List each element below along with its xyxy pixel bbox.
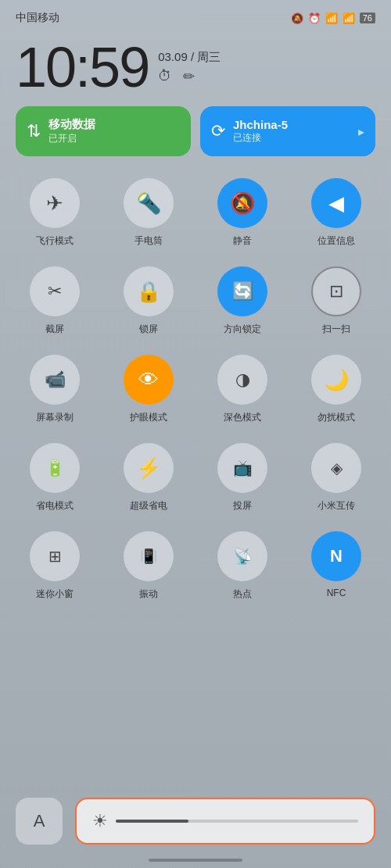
darkmode-label: 深色模式 bbox=[224, 411, 261, 424]
screenshot-label: 截屏 bbox=[45, 323, 64, 336]
eyeprotect-label: 护眼模式 bbox=[130, 411, 167, 424]
flashlight-label: 手电筒 bbox=[135, 234, 163, 248]
xiaomi-label: 小米互传 bbox=[317, 499, 355, 513]
brightness-fill bbox=[116, 820, 188, 823]
screenrecord-label: 屏幕录制 bbox=[36, 411, 74, 424]
lockscreen-btn[interactable]: 🔒 bbox=[124, 266, 174, 316]
wifi-title: Jhchina-5 bbox=[233, 118, 288, 131]
rotation-label: 方向锁定 bbox=[224, 323, 261, 336]
cast-label: 投屏 bbox=[233, 499, 252, 513]
powersave-label: 省电模式 bbox=[36, 499, 74, 513]
controls-grid: ✈ 飞行模式 🔦 手电筒 🔕 静音 ◀ 位置信息 ✂ 截屏 🔒 锁屏 🔄 方向锁… bbox=[0, 170, 391, 609]
control-rotation: 🔄 方向锁定 bbox=[196, 259, 289, 344]
signal-icon: 📶 bbox=[325, 13, 338, 24]
wifi-corner-icon: ▸ bbox=[358, 124, 364, 139]
date-text: 03.09 / 周三 bbox=[158, 50, 221, 65]
control-miniwindow: ⊞ 迷你小窗 bbox=[8, 523, 102, 609]
wifi-text: Jhchina-5 已连接 bbox=[233, 118, 288, 145]
control-supersave: ⚡ 超级省电 bbox=[102, 435, 196, 520]
brightness-slider[interactable]: ☀ bbox=[75, 798, 375, 845]
miniwindow-label: 迷你小窗 bbox=[36, 588, 74, 601]
control-dnd: 🌙 勿扰模式 bbox=[289, 347, 383, 432]
powersave-btn[interactable]: 🔋 bbox=[30, 443, 80, 493]
time-section: 10:59 03.09 / 周三 ⏱ ✏ bbox=[0, 31, 391, 106]
alarm-status-icon: ⏰ bbox=[308, 13, 321, 24]
mute-btn[interactable]: 🔕 bbox=[217, 178, 267, 228]
control-flashlight: 🔦 手电筒 bbox=[102, 170, 196, 255]
carrier-text: 中国移动 bbox=[16, 11, 59, 25]
flashlight-btn[interactable]: 🔦 bbox=[124, 178, 174, 228]
airplane-btn[interactable]: ✈ bbox=[30, 178, 80, 228]
mobile-data-title: 移动数据 bbox=[48, 117, 95, 132]
mute-status-icon: 🔕 bbox=[291, 13, 303, 24]
home-indicator bbox=[149, 859, 242, 862]
vibrate-btn[interactable]: 📳 bbox=[124, 531, 174, 581]
bottom-bar: A ☀ bbox=[0, 785, 391, 868]
hotspot-label: 热点 bbox=[233, 588, 252, 601]
screenshot-btn[interactable]: ✂ bbox=[30, 266, 80, 316]
control-screenshot: ✂ 截屏 bbox=[8, 259, 102, 344]
control-powersave: 🔋 省电模式 bbox=[8, 435, 102, 520]
wifi-subtitle: 已连接 bbox=[233, 131, 288, 145]
miniwindow-btn[interactable]: ⊞ bbox=[30, 531, 80, 581]
date-section: 03.09 / 周三 ⏱ ✏ bbox=[158, 50, 221, 85]
location-label: 位置信息 bbox=[317, 234, 355, 248]
control-darkmode: ◑ 深色模式 bbox=[196, 347, 289, 432]
wifi-tile[interactable]: ⟳ Jhchina-5 已连接 ▸ bbox=[200, 106, 375, 156]
control-screenrecord: 📹 屏幕录制 bbox=[8, 347, 102, 432]
control-scan: ⊡ 扫一扫 bbox=[289, 259, 383, 344]
scan-label: 扫一扫 bbox=[322, 323, 350, 336]
mobile-data-icon: ⇅ bbox=[27, 121, 41, 141]
status-bar: 中国移动 🔕 ⏰ 📶 📶 76 bbox=[0, 0, 391, 31]
timer-icon[interactable]: ⏱ bbox=[158, 68, 172, 85]
vibrate-label: 振动 bbox=[139, 588, 158, 601]
control-hotspot: 📡 热点 bbox=[196, 523, 289, 609]
xiaomi-btn[interactable]: ◈ bbox=[311, 443, 361, 493]
brightness-track bbox=[116, 820, 358, 823]
darkmode-btn[interactable]: ◑ bbox=[217, 355, 267, 405]
nfc-label: NFC bbox=[327, 588, 346, 598]
edit-icon[interactable]: ✏ bbox=[183, 68, 195, 85]
control-location: ◀ 位置信息 bbox=[289, 170, 383, 255]
control-eyeprotect: 👁 护眼模式 bbox=[102, 347, 196, 432]
cast-btn[interactable]: 📺 bbox=[217, 443, 267, 493]
wifi-status-icon: 📶 bbox=[343, 13, 355, 24]
supersave-btn[interactable]: ⚡ bbox=[124, 443, 174, 493]
battery-icon: 76 bbox=[360, 13, 375, 23]
supersave-label: 超级省电 bbox=[130, 499, 167, 513]
font-label: A bbox=[34, 811, 45, 831]
control-nfc: N NFC bbox=[289, 523, 383, 609]
control-cast: 📺 投屏 bbox=[196, 435, 289, 520]
dnd-label: 勿扰模式 bbox=[317, 411, 355, 424]
eyeprotect-btn[interactable]: 👁 bbox=[124, 355, 174, 405]
control-xiaomi: ◈ 小米互传 bbox=[289, 435, 383, 520]
control-vibrate: 📳 振动 bbox=[102, 523, 196, 609]
hotspot-btn[interactable]: 📡 bbox=[217, 531, 267, 581]
nfc-btn[interactable]: N bbox=[311, 531, 361, 581]
mobile-data-tile[interactable]: ⇅ 移动数据 已开启 bbox=[16, 106, 191, 156]
mobile-data-text: 移动数据 已开启 bbox=[48, 117, 95, 145]
brightness-icon: ☀ bbox=[92, 811, 108, 831]
screenrecord-btn[interactable]: 📹 bbox=[30, 355, 80, 405]
time-display: 10:59 bbox=[16, 39, 149, 95]
wifi-tile-icon: ⟳ bbox=[211, 121, 225, 141]
control-airplane: ✈ 飞行模式 bbox=[8, 170, 102, 255]
quick-tiles-row: ⇅ 移动数据 已开启 ⟳ Jhchina-5 已连接 ▸ bbox=[0, 106, 391, 170]
status-icons: 🔕 ⏰ 📶 📶 76 bbox=[291, 13, 375, 24]
control-mute: 🔕 静音 bbox=[196, 170, 289, 255]
date-action-icons: ⏱ ✏ bbox=[158, 68, 221, 85]
font-size-button[interactable]: A bbox=[16, 798, 63, 845]
lockscreen-label: 锁屏 bbox=[139, 323, 158, 336]
mobile-data-subtitle: 已开启 bbox=[48, 132, 95, 145]
dnd-btn[interactable]: 🌙 bbox=[311, 355, 361, 405]
control-lockscreen: 🔒 锁屏 bbox=[102, 259, 196, 344]
scan-btn[interactable]: ⊡ bbox=[311, 266, 361, 316]
mute-label: 静音 bbox=[233, 234, 252, 248]
airplane-label: 飞行模式 bbox=[36, 234, 74, 248]
rotation-btn[interactable]: 🔄 bbox=[217, 266, 267, 316]
location-btn[interactable]: ◀ bbox=[311, 178, 361, 228]
